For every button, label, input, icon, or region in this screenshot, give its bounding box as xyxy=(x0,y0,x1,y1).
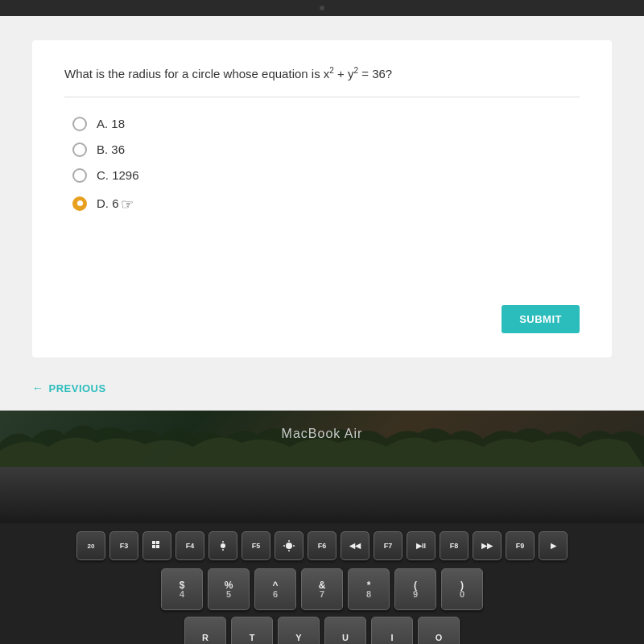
key-f6[interactable]: F6 xyxy=(308,531,336,560)
key-y[interactable]: Y xyxy=(278,617,320,644)
key-o[interactable]: O xyxy=(418,617,460,644)
key-play[interactable]: ▶II xyxy=(407,531,436,560)
key-r[interactable]: R xyxy=(184,617,226,644)
key-i[interactable]: I xyxy=(371,617,413,644)
key-t[interactable]: T xyxy=(231,617,273,644)
laptop-back: MacBook Air xyxy=(0,411,644,467)
option-b-label: B. 36 xyxy=(97,142,125,156)
option-c[interactable]: C. 1296 xyxy=(72,168,580,183)
option-c-label: C. 1296 xyxy=(97,168,139,182)
key-brightness-up[interactable] xyxy=(275,531,303,560)
svg-point-4 xyxy=(221,543,225,548)
radio-c[interactable] xyxy=(72,168,87,183)
key-fastforward[interactable]: ▶▶ xyxy=(473,531,502,560)
key-lparen-9[interactable]: ( 9 xyxy=(394,568,436,610)
option-d-label: D. 6 xyxy=(97,196,119,210)
option-d[interactable]: D. 6 ☞ xyxy=(72,194,580,213)
key-percent-5[interactable]: % 5 xyxy=(208,568,250,610)
key-dollar-4[interactable]: $ 4 xyxy=(161,568,203,610)
left-arrow-icon: ← xyxy=(32,382,44,394)
key-brightness-down[interactable] xyxy=(208,531,237,560)
screen-area: What is the radius for a circle whose eq… xyxy=(0,16,644,411)
radio-a[interactable] xyxy=(72,117,87,131)
macbook-bar xyxy=(0,467,644,523)
key-caret-6[interactable]: ^ 6 xyxy=(254,568,296,610)
keyboard-area: 20 F3 F4 F5 F6 ◀◀ F7 ▶II F8 ▶▶ F9 ▶ $ 4 … xyxy=(0,523,644,644)
option-b[interactable]: B. 36 xyxy=(72,142,580,157)
key-f9[interactable]: F9 xyxy=(506,531,535,560)
key-grid-icon[interactable] xyxy=(142,531,171,560)
key-rewind[interactable]: ◀◀ xyxy=(341,531,369,560)
key-f3[interactable]: F3 xyxy=(109,531,138,560)
key-f7[interactable]: F7 xyxy=(374,531,402,560)
svg-rect-1 xyxy=(156,541,159,544)
key-star-8[interactable]: * 8 xyxy=(348,568,390,610)
key-u[interactable]: U xyxy=(324,617,366,644)
options-list: A. 18 B. 36 C. 1296 D. 6 ☞ xyxy=(72,117,580,213)
key-amp-7[interactable]: & 7 xyxy=(301,568,343,610)
macbook-label: MacBook Air xyxy=(282,427,363,441)
key-f5[interactable]: F5 xyxy=(242,531,270,560)
webcam xyxy=(320,6,324,10)
key-f4[interactable]: F4 xyxy=(175,531,204,560)
nav-area: ← PREVIOUS xyxy=(0,374,644,411)
cursor-icon: ☞ xyxy=(121,196,134,213)
submit-button[interactable]: SUBMIT xyxy=(502,305,580,333)
question-text: What is the radius for a circle whose eq… xyxy=(64,64,580,97)
previous-link[interactable]: ← PREVIOUS xyxy=(32,382,106,394)
key-20[interactable]: 20 xyxy=(76,531,105,560)
fn-row: 20 F3 F4 F5 F6 ◀◀ F7 ▶II F8 ▶▶ F9 ▶ xyxy=(16,531,628,560)
key-f8[interactable]: F8 xyxy=(440,531,469,560)
svg-rect-2 xyxy=(152,545,155,548)
key-rparen-0[interactable]: ) 0 xyxy=(441,568,483,610)
radio-d[interactable] xyxy=(72,196,87,211)
number-row: $ 4 % 5 ^ 6 & 7 * 8 ( 9 ) 0 xyxy=(16,568,628,610)
option-a[interactable]: A. 18 xyxy=(72,117,580,131)
letter-row: R T Y U I O xyxy=(16,617,628,644)
radio-b[interactable] xyxy=(72,142,87,157)
quiz-container: What is the radius for a circle whose eq… xyxy=(32,40,612,357)
key-arrow-right[interactable]: ▶ xyxy=(539,531,568,560)
svg-rect-3 xyxy=(156,545,159,548)
option-a-label: A. 18 xyxy=(97,117,125,130)
svg-point-7 xyxy=(286,543,292,549)
previous-label: PREVIOUS xyxy=(49,382,106,394)
svg-rect-0 xyxy=(152,541,155,544)
